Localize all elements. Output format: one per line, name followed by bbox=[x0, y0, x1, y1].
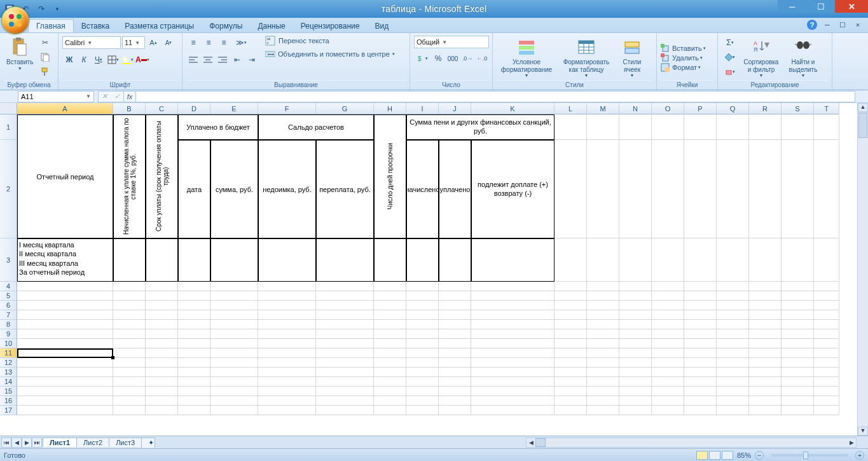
cell-B7[interactable] bbox=[113, 310, 146, 320]
qat-dropdown-icon[interactable]: ▼ bbox=[50, 2, 64, 16]
cell-E12[interactable] bbox=[210, 358, 258, 368]
align-top-icon[interactable]: ≡ bbox=[186, 36, 200, 50]
col-header-H[interactable]: H bbox=[374, 103, 406, 114]
cell-L5[interactable] bbox=[555, 291, 587, 301]
cell-F8[interactable] bbox=[258, 320, 316, 329]
cell-J12[interactable] bbox=[439, 358, 471, 368]
cell-S12[interactable] bbox=[782, 358, 814, 368]
cell-K10[interactable] bbox=[471, 339, 555, 348]
col-header-C[interactable]: C bbox=[146, 103, 178, 114]
cell-D14[interactable] bbox=[178, 377, 210, 387]
cell-Q6[interactable] bbox=[717, 301, 749, 310]
cell-N1[interactable] bbox=[619, 114, 652, 140]
cell-L13[interactable] bbox=[555, 368, 587, 377]
cell-E4[interactable] bbox=[210, 282, 258, 291]
cell-G14[interactable] bbox=[316, 377, 374, 387]
tab-data[interactable]: Данные bbox=[250, 20, 293, 32]
cell-A4[interactable] bbox=[17, 282, 113, 291]
cell-G12[interactable] bbox=[316, 358, 374, 368]
cell-T12[interactable] bbox=[814, 358, 839, 368]
cell-T2[interactable] bbox=[814, 140, 839, 238]
cell-L7[interactable] bbox=[555, 310, 587, 320]
table-cell[interactable] bbox=[471, 238, 555, 282]
cell-I15[interactable] bbox=[406, 387, 439, 396]
fill-color-icon[interactable]: ▾ bbox=[121, 53, 135, 67]
formula-input[interactable] bbox=[136, 91, 855, 102]
cell-B8[interactable] bbox=[113, 320, 146, 329]
align-middle-icon[interactable]: ≡ bbox=[202, 36, 216, 50]
cell-K15[interactable] bbox=[471, 387, 555, 396]
cell-N17[interactable] bbox=[619, 406, 652, 415]
cell-T17[interactable] bbox=[814, 406, 839, 415]
row-header-9[interactable]: 9 bbox=[0, 329, 17, 339]
cell-K13[interactable] bbox=[471, 368, 555, 377]
cell-R15[interactable] bbox=[749, 387, 782, 396]
cell-A13[interactable] bbox=[17, 368, 113, 377]
cell-A6[interactable] bbox=[17, 301, 113, 310]
first-sheet-icon[interactable]: ⏮ bbox=[1, 437, 11, 448]
cell-O2[interactable] bbox=[652, 140, 684, 238]
border-icon[interactable]: ▾ bbox=[106, 53, 120, 67]
cell-A7[interactable] bbox=[17, 310, 113, 320]
cell-F7[interactable] bbox=[258, 310, 316, 320]
cell-N6[interactable] bbox=[619, 301, 652, 310]
cell-P9[interactable] bbox=[684, 329, 717, 339]
cell-J9[interactable] bbox=[439, 329, 471, 339]
help-icon[interactable]: ? bbox=[807, 20, 817, 30]
last-sheet-icon[interactable]: ⏭ bbox=[32, 437, 42, 448]
row-header-4[interactable]: 4 bbox=[0, 282, 17, 291]
merge-center-button[interactable]: ⟷ Объединить и поместить в центре▾ bbox=[265, 49, 395, 59]
cell-K16[interactable] bbox=[471, 396, 555, 406]
sheet-tab-1[interactable]: Лист1 bbox=[43, 437, 77, 447]
cell-N15[interactable] bbox=[619, 387, 652, 396]
cancel-formula-icon[interactable]: ✕ bbox=[98, 91, 111, 102]
cell-S15[interactable] bbox=[782, 387, 814, 396]
cell-O3[interactable] bbox=[652, 238, 684, 282]
enter-formula-icon[interactable]: ✓ bbox=[111, 91, 123, 102]
cell-H14[interactable] bbox=[374, 377, 406, 387]
cell-T15[interactable] bbox=[814, 387, 839, 396]
cell-F11[interactable] bbox=[258, 348, 316, 358]
ribbon-restore-icon[interactable]: ☐ bbox=[837, 20, 848, 30]
cell-O8[interactable] bbox=[652, 320, 684, 329]
row-header-15[interactable]: 15 bbox=[0, 387, 17, 396]
worksheet[interactable]: ABCDEFGHIJKLMNOPQRST 1234567891011121314… bbox=[0, 103, 868, 436]
cell-D8[interactable] bbox=[178, 320, 210, 329]
cell-G10[interactable] bbox=[316, 339, 374, 348]
cell-B9[interactable] bbox=[113, 329, 146, 339]
cell-R13[interactable] bbox=[749, 368, 782, 377]
table-cell[interactable]: Число дней просрочки bbox=[374, 114, 406, 238]
cell-H8[interactable] bbox=[374, 320, 406, 329]
cell-S6[interactable] bbox=[782, 301, 814, 310]
table-cell[interactable]: I месяц кварталаII месяц кварталаIII мес… bbox=[17, 238, 113, 282]
table-cell[interactable]: подлежит доплате (+) возврату (-) bbox=[471, 140, 555, 238]
decrease-indent-icon[interactable]: ⇤ bbox=[230, 53, 244, 67]
cell-T9[interactable] bbox=[814, 329, 839, 339]
table-cell[interactable]: начислено bbox=[406, 140, 439, 238]
cell-R5[interactable] bbox=[749, 291, 782, 301]
cell-B5[interactable] bbox=[113, 291, 146, 301]
scroll-up-icon[interactable]: ▲ bbox=[858, 103, 868, 112]
cell-A17[interactable] bbox=[17, 406, 113, 415]
insert-cells-button[interactable]: Вставить▾ bbox=[661, 44, 706, 53]
cell-I13[interactable] bbox=[406, 368, 439, 377]
cell-O4[interactable] bbox=[652, 282, 684, 291]
cell-P8[interactable] bbox=[684, 320, 717, 329]
cell-O15[interactable] bbox=[652, 387, 684, 396]
increase-decimal-icon[interactable]: .0→ bbox=[460, 52, 474, 65]
cell-E8[interactable] bbox=[210, 320, 258, 329]
tab-review[interactable]: Рецензирование bbox=[293, 20, 368, 32]
maximize-button[interactable]: ☐ bbox=[806, 0, 835, 13]
vertical-scrollbar[interactable]: ▲ ▼ bbox=[857, 103, 868, 436]
zoom-level[interactable]: 85% bbox=[737, 451, 751, 459]
cell-H5[interactable] bbox=[374, 291, 406, 301]
cell-N11[interactable] bbox=[619, 348, 652, 358]
cell-B12[interactable] bbox=[113, 358, 146, 368]
col-header-N[interactable]: N bbox=[619, 103, 652, 114]
table-cell[interactable]: Уплачено в бюджет bbox=[178, 114, 258, 140]
orientation-icon[interactable]: ≫▾ bbox=[232, 36, 250, 50]
row-header-10[interactable]: 10 bbox=[0, 339, 17, 348]
cell-G11[interactable] bbox=[316, 348, 374, 358]
cell-E16[interactable] bbox=[210, 396, 258, 406]
cell-S3[interactable] bbox=[782, 238, 814, 282]
